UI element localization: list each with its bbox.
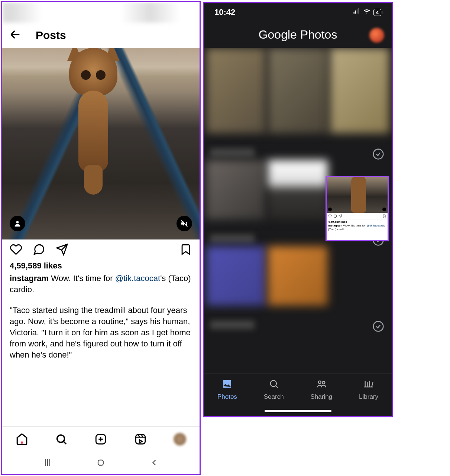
status-bar: 10:42 4 (204, 3, 392, 21)
google-photos-screen: 10:42 4 Google Photos (203, 2, 393, 417)
account-avatar[interactable] (369, 28, 384, 43)
nav-label: Library (359, 393, 378, 401)
library-icon (363, 379, 374, 391)
title-google: Google (259, 28, 297, 41)
android-system-nav (2, 451, 200, 474)
likes-count[interactable]: 4,59,589 likes (2, 261, 200, 273)
nav-label: Search (264, 393, 284, 401)
photo-thumbnail[interactable] (268, 48, 327, 133)
section-label (210, 148, 255, 157)
back-icon[interactable] (9, 28, 22, 42)
svg-point-0 (16, 221, 19, 223)
caption-body: "Taco started using the treadmill about … (10, 305, 192, 361)
svg-rect-8 (357, 9, 358, 14)
sys-back-icon[interactable] (149, 457, 159, 468)
svg-point-12 (373, 322, 383, 332)
nav-library[interactable]: Library (359, 379, 378, 401)
svg-rect-6 (353, 12, 355, 14)
svg-point-17 (322, 381, 325, 384)
photo-thumbnail[interactable] (268, 160, 327, 219)
status-time: 10:42 (214, 7, 235, 17)
backup-complete-icon[interactable] (372, 320, 384, 332)
nav-label: Photos (217, 393, 237, 401)
thumbnail-preview (327, 177, 388, 213)
section-label (210, 320, 255, 329)
sharing-icon (316, 379, 327, 391)
thumb-author: instagram (328, 224, 342, 227)
tagged-people-button[interactable] (10, 216, 25, 231)
posts-header: Posts (2, 23, 200, 48)
svg-rect-9 (358, 8, 359, 14)
svg-rect-5 (98, 460, 103, 465)
thumbnail-actions-strip (327, 213, 388, 219)
nav-search[interactable]: Search (264, 379, 284, 401)
app-header: Google Photos (204, 21, 392, 48)
comment-icon[interactable] (33, 243, 45, 257)
photo-thumbnail[interactable] (268, 246, 327, 306)
section-label (210, 234, 255, 243)
svg-rect-7 (355, 10, 356, 13)
search-icon (269, 379, 279, 391)
mute-icon[interactable] (177, 216, 192, 231)
sys-recents-icon[interactable] (42, 457, 53, 468)
cat-on-treadmill-image (62, 48, 125, 202)
thumb-lead: Wow. It's time for (342, 224, 366, 227)
caption-mention[interactable]: @tik.tacocat (115, 274, 160, 283)
notification-dot-icon (21, 441, 23, 444)
thumb-mention: @tik.tacocat (366, 224, 383, 227)
svg-point-2 (57, 435, 65, 442)
svg-point-10 (373, 149, 383, 159)
status-bar (2, 2, 200, 23)
nav-search[interactable] (54, 432, 69, 447)
save-icon[interactable] (179, 243, 192, 257)
nav-new-post[interactable] (93, 432, 108, 447)
wifi-icon (363, 7, 370, 17)
svg-point-16 (318, 381, 321, 384)
backup-complete-icon[interactable] (372, 148, 384, 160)
nav-sharing[interactable]: Sharing (311, 379, 333, 401)
svg-point-15 (270, 381, 276, 387)
caption-lead: Wow. It's time for (49, 274, 115, 283)
screenshot-thumbnail-highlighted[interactable]: 4,59,589 likes instagram Wow. It's time … (326, 176, 389, 241)
post-caption: instagram Wow. It's time for @tik.tacoca… (2, 273, 200, 361)
thumb-likes: 4,59,589 likes (328, 220, 386, 224)
caption-author[interactable]: instagram (10, 274, 49, 283)
battery-icon: 4 (373, 9, 381, 16)
like-icon[interactable] (10, 243, 22, 257)
photo-thumbnail[interactable] (330, 48, 389, 133)
nav-label: Sharing (311, 393, 333, 401)
photo-grid[interactable]: 4,59,589 likes instagram Wow. It's time … (204, 48, 392, 373)
google-photos-bottom-nav: Photos Search Sharing Library (204, 373, 392, 406)
title-photos: Photos (297, 28, 337, 41)
nav-home[interactable] (14, 432, 29, 447)
app-title: Google Photos (259, 28, 337, 42)
ios-home-indicator[interactable] (204, 406, 392, 416)
page-title: Posts (36, 29, 66, 42)
profile-avatar-icon (174, 433, 186, 446)
signal-icon (353, 7, 360, 17)
photo-thumbnail[interactable] (206, 48, 266, 133)
instagram-bottom-nav (2, 426, 200, 451)
nav-photos[interactable]: Photos (217, 379, 237, 401)
svg-point-13 (334, 215, 337, 218)
photos-icon (222, 379, 232, 391)
post-actions (2, 239, 200, 261)
photo-thumbnail[interactable] (206, 160, 266, 219)
nav-profile[interactable] (172, 432, 187, 447)
photo-thumbnail[interactable] (206, 246, 266, 306)
post-media[interactable] (2, 48, 200, 239)
share-icon[interactable] (56, 243, 68, 257)
sys-home-icon[interactable] (95, 457, 106, 468)
nav-reels[interactable] (133, 432, 148, 447)
instagram-screen: Posts (1, 1, 201, 475)
thumbnail-caption: 4,59,589 likes instagram Wow. It's time … (327, 219, 388, 232)
